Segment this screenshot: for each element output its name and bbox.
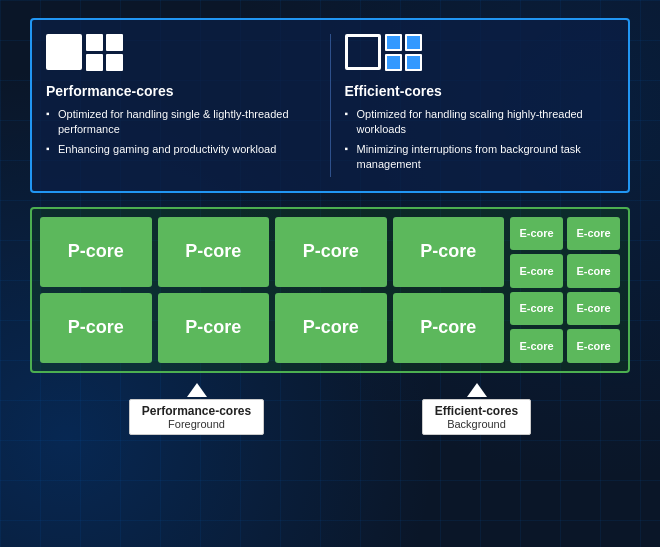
grid-cell-4 (106, 54, 123, 71)
p-core-list: Optimized for handling single & lightly-… (46, 107, 316, 161)
p-core-icon (46, 34, 316, 71)
p-core-title: Performance-cores (46, 83, 316, 99)
e-core-label-main: Efficient-cores (435, 404, 518, 418)
p-core-bullet-2: Enhancing gaming and productivity worklo… (46, 142, 316, 157)
p-core-cell-2: P-core (158, 217, 270, 287)
p-core-bullet-1: Optimized for handling single & lightly-… (46, 107, 316, 138)
p-core-icon-square (46, 34, 82, 70)
e-core-cell-7: E-core (510, 329, 563, 363)
e-core-cell-3: E-core (510, 254, 563, 288)
p-core-cell-7: P-core (275, 293, 387, 363)
p-core-cell-8: P-core (393, 293, 505, 363)
e-core-list: Optimized for handling scaling highly-th… (345, 107, 615, 177)
grid-cell-1 (86, 34, 103, 51)
main-container: Performance-cores Optimized for handling… (0, 0, 660, 547)
grid-cell-3 (86, 54, 103, 71)
p-core-cell-4: P-core (393, 217, 505, 287)
p-core-cell-5: P-core (40, 293, 152, 363)
e-grid-cell-2 (405, 34, 422, 51)
p-core-cell-3: P-core (275, 217, 387, 287)
e-core-icon (345, 34, 615, 71)
e-grid-cell-1 (385, 34, 402, 51)
grid-cell-2 (106, 34, 123, 51)
p-core-arrow-up (187, 383, 207, 397)
p-cores-grid: P-core P-core P-core P-core P-core P-cor… (40, 217, 504, 363)
bottom-labels: Performance-cores Foreground Efficient-c… (30, 383, 630, 435)
vertical-divider (330, 34, 331, 177)
e-core-cell-6: E-core (567, 292, 620, 326)
top-info-section: Performance-cores Optimized for handling… (30, 18, 630, 193)
e-core-bullet-2: Minimizing interruptions from background… (345, 142, 615, 173)
e-core-icon-square (345, 34, 381, 70)
e-core-cell-5: E-core (510, 292, 563, 326)
p-core-cell-6: P-core (158, 293, 270, 363)
e-core-cell-4: E-core (567, 254, 620, 288)
e-core-label-box: Efficient-cores Background (422, 383, 531, 435)
e-core-arrow-up (467, 383, 487, 397)
e-core-bullet-1: Optimized for handling scaling highly-th… (345, 107, 615, 138)
e-core-title: Efficient-cores (345, 83, 615, 99)
p-core-icon-grid (86, 34, 123, 71)
e-core-info-box: Efficient-cores Optimized for handling s… (345, 34, 615, 177)
p-core-label-text: Performance-cores Foreground (129, 399, 264, 435)
core-section: P-core P-core P-core P-core P-core P-cor… (30, 207, 630, 373)
p-core-info-box: Performance-cores Optimized for handling… (46, 34, 316, 177)
e-core-cell-1: E-core (510, 217, 563, 251)
e-cores-grid: E-core E-core E-core E-core E-core E-cor… (510, 217, 620, 363)
e-core-icon-grid (385, 34, 422, 71)
e-core-cell-2: E-core (567, 217, 620, 251)
e-core-label-sub: Background (435, 418, 518, 430)
p-core-cell-1: P-core (40, 217, 152, 287)
p-core-label-box: Performance-cores Foreground (129, 383, 264, 435)
p-core-label-sub: Foreground (142, 418, 251, 430)
e-grid-cell-4 (405, 54, 422, 71)
p-core-label-main: Performance-cores (142, 404, 251, 418)
e-core-label-text: Efficient-cores Background (422, 399, 531, 435)
e-grid-cell-3 (385, 54, 402, 71)
e-core-cell-8: E-core (567, 329, 620, 363)
